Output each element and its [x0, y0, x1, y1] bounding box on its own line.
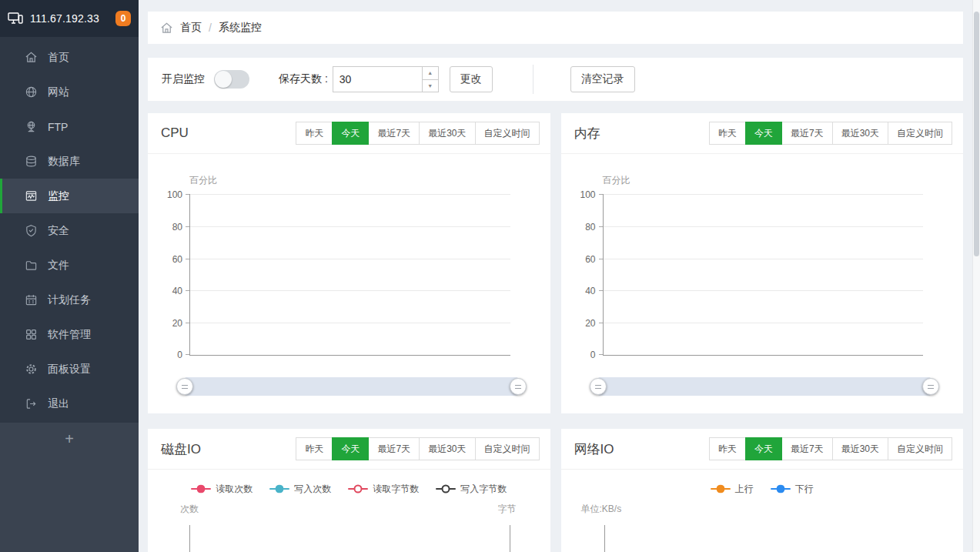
- time-filter-7days[interactable]: 最近7天: [368, 122, 420, 145]
- spinner-down-icon[interactable]: ▼: [423, 80, 438, 92]
- ftp-icon: [25, 120, 38, 133]
- network-io-panel: 网络IO 昨天 今天 最近7天 最近30天 自定义时间 上行: [561, 429, 964, 552]
- home-icon: [25, 51, 38, 64]
- cpu-panel: CPU 昨天 今天 最近7天 最近30天 自定义时间 百分比 100 80 60…: [148, 113, 550, 413]
- cpu-chart-plot: 100 80 60 40 20 0: [189, 194, 510, 356]
- time-filter-30days[interactable]: 最近30天: [832, 122, 888, 145]
- legend-marker: [191, 484, 211, 493]
- sidebar-item-label: 监控: [48, 189, 69, 203]
- save-days-input[interactable]: [333, 67, 422, 92]
- time-filter-30days[interactable]: 最近30天: [419, 122, 475, 145]
- time-filter-7days[interactable]: 最近7天: [781, 437, 833, 460]
- calendar-icon: [25, 293, 38, 306]
- memory-time-filter: 昨天 今天 最近7天 最近30天 自定义时间: [710, 122, 952, 145]
- breadcrumb-home-link[interactable]: 首页: [180, 21, 202, 35]
- globe-icon: [25, 85, 38, 99]
- number-spinner: ▲ ▼: [422, 67, 438, 92]
- time-filter-today[interactable]: 今天: [745, 122, 782, 145]
- time-filter-yesterday[interactable]: 昨天: [709, 437, 746, 460]
- monitor-icon: [25, 189, 38, 202]
- legend-marker: [269, 484, 289, 493]
- time-filter-custom[interactable]: 自定义时间: [475, 437, 540, 460]
- sidebar-item-database[interactable]: 数据库: [0, 144, 139, 179]
- sidebar-item-cron[interactable]: 计划任务: [0, 283, 139, 317]
- shield-icon: [25, 224, 38, 237]
- time-filter-yesterday[interactable]: 昨天: [296, 122, 333, 145]
- time-filter-custom[interactable]: 自定义时间: [888, 437, 952, 460]
- time-filter-today[interactable]: 今天: [332, 122, 369, 145]
- time-filter-30days[interactable]: 最近30天: [832, 437, 888, 460]
- sidebar-menu: 首页 网站 FTP: [0, 37, 139, 421]
- sidebar-item-website[interactable]: 网站: [0, 75, 139, 109]
- sidebar-item-label: 安全: [48, 224, 69, 238]
- save-days-label: 保存天数 :: [279, 72, 328, 86]
- time-filter-today[interactable]: 今天: [745, 437, 782, 460]
- time-filter-7days[interactable]: 最近7天: [781, 122, 833, 145]
- main-scrollbar[interactable]: [972, 0, 980, 552]
- time-filter-today[interactable]: 今天: [332, 437, 369, 460]
- time-filter-yesterday[interactable]: 昨天: [296, 437, 333, 460]
- network-unit-label: 单位:KB/s: [581, 503, 622, 516]
- sidebar-item-label: FTP: [48, 121, 68, 133]
- sidebar-item-home[interactable]: 首页: [0, 40, 139, 75]
- network-chart-plot: [604, 525, 924, 552]
- scrollbar-thumb[interactable]: [974, 12, 979, 256]
- sidebar-item-security[interactable]: 安全: [0, 213, 139, 248]
- sidebar-item-ftp[interactable]: FTP: [0, 109, 139, 144]
- time-filter-custom[interactable]: 自定义时间: [888, 122, 952, 145]
- datazoom-left-handle[interactable]: [176, 378, 193, 395]
- disk-io-panel: 磁盘IO 昨天 今天 最近7天 最近30天 自定义时间 读取次数: [148, 429, 550, 552]
- legend-item-downstream[interactable]: 下行: [771, 483, 814, 496]
- memory-panel-title: 内存: [574, 125, 600, 142]
- main-content: 首页 / 系统监控 开启监控 保存天数 : ▲ ▼ 更改 清空记录 CPU 昨天…: [139, 0, 972, 552]
- cpu-panel-title: CPU: [161, 125, 189, 141]
- sidebar: 111.67.192.33 0 首页 网站: [0, 0, 139, 552]
- network-legend: 上行 下行: [561, 483, 964, 495]
- spinner-up-icon[interactable]: ▲: [423, 67, 438, 80]
- disk-panel-title: 磁盘IO: [161, 440, 201, 458]
- sidebar-item-label: 软件管理: [48, 328, 91, 342]
- time-filter-30days[interactable]: 最近30天: [419, 437, 475, 460]
- cpu-datazoom-slider[interactable]: [185, 377, 518, 396]
- sidebar-item-label: 文件: [48, 259, 69, 273]
- sidebar-header: 111.67.192.33 0: [0, 0, 139, 37]
- datazoom-right-handle[interactable]: [922, 378, 939, 395]
- clear-records-button[interactable]: 清空记录: [570, 66, 635, 92]
- disk-chart-plot: [189, 525, 510, 552]
- time-filter-custom[interactable]: 自定义时间: [475, 122, 540, 145]
- sidebar-item-logout[interactable]: 退出: [0, 386, 139, 421]
- sidebar-item-label: 计划任务: [48, 293, 91, 307]
- monitor-toggle-label: 开启监控: [162, 72, 205, 86]
- sidebar-item-files[interactable]: 文件: [0, 248, 139, 283]
- legend-item-write-bytes[interactable]: 写入字节数: [436, 483, 507, 496]
- logout-icon: [25, 397, 38, 410]
- save-days-inputbox: ▲ ▼: [333, 66, 439, 92]
- memory-chart-plot: 100 80 60 40 20 0: [603, 194, 924, 356]
- breadcrumb: 首页 / 系统监控: [148, 12, 963, 44]
- legend-item-write-count[interactable]: 写入次数: [269, 483, 331, 496]
- disk-legend: 读取次数 写入次数 读取字节数: [148, 483, 550, 495]
- sidebar-item-label: 面板设置: [48, 363, 91, 376]
- sidebar-item-monitor[interactable]: 监控: [0, 179, 139, 213]
- datazoom-right-handle[interactable]: [510, 378, 527, 395]
- toggle-knob: [215, 71, 232, 88]
- datazoom-left-handle[interactable]: [590, 378, 607, 395]
- memory-datazoom-slider[interactable]: [598, 377, 932, 396]
- legend-marker: [771, 484, 791, 493]
- change-button[interactable]: 更改: [450, 66, 493, 92]
- server-ip: 111.67.192.33: [30, 12, 99, 25]
- breadcrumb-home-icon: [160, 22, 173, 35]
- legend-item-read-count[interactable]: 读取次数: [191, 483, 253, 496]
- sidebar-item-label: 首页: [48, 51, 69, 65]
- add-menu-button[interactable]: +: [54, 430, 85, 447]
- legend-item-upstream[interactable]: 上行: [711, 483, 754, 496]
- legend-item-read-bytes[interactable]: 读取字节数: [348, 483, 419, 496]
- sidebar-footer: +: [0, 423, 139, 552]
- sidebar-item-settings[interactable]: 面板设置: [0, 352, 139, 386]
- network-panel-title: 网络IO: [574, 440, 614, 458]
- time-filter-7days[interactable]: 最近7天: [368, 437, 420, 460]
- message-count-badge[interactable]: 0: [115, 11, 131, 26]
- sidebar-item-software[interactable]: 软件管理: [0, 317, 139, 352]
- time-filter-yesterday[interactable]: 昨天: [709, 122, 746, 145]
- monitor-toggle[interactable]: [214, 70, 249, 89]
